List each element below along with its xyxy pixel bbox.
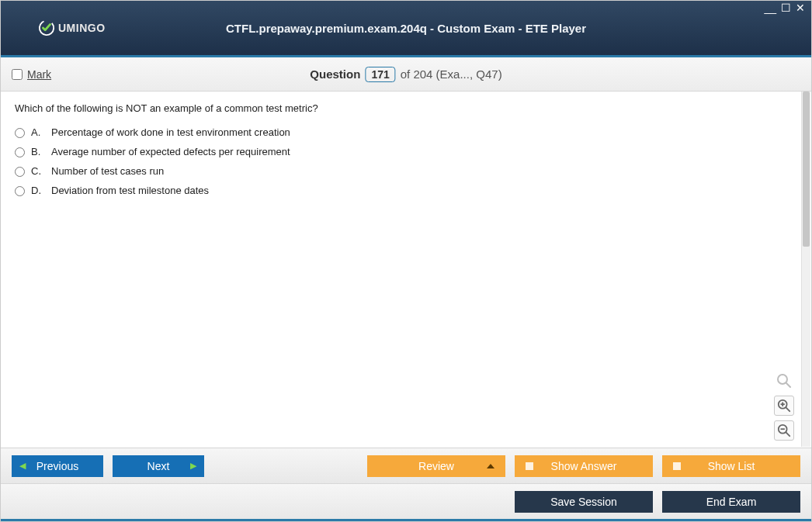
option-a[interactable]: A. Percentage of work done in test envir… (15, 126, 793, 138)
app-logo: UMINGO (38, 19, 106, 36)
show-answer-label: Show Answer (551, 460, 617, 472)
show-list-button[interactable]: Show List (662, 455, 800, 477)
svg-point-1 (778, 375, 787, 384)
window-controls: __ ☐ ✕ (764, 2, 805, 13)
chevron-right-icon: ▶ (190, 462, 196, 470)
title-bar: UMINGO CTFL.prepaway.premium.exam.204q -… (1, 1, 811, 55)
svg-line-8 (786, 433, 790, 437)
mark-control[interactable]: Mark (12, 68, 51, 81)
chevron-left-icon: ◀ (19, 462, 26, 470)
option-b[interactable]: B. Average number of expected defects pe… (15, 146, 793, 157)
option-a-letter: A. (31, 126, 45, 138)
scrollbar[interactable] (801, 92, 810, 447)
option-c-radio[interactable] (15, 167, 25, 177)
next-button[interactable]: Next ▶ (113, 455, 204, 477)
zoom-controls (774, 371, 794, 441)
option-c-text: Number of test cases run (51, 165, 164, 177)
svg-line-2 (786, 383, 790, 387)
question-indicator: Question 171 of 204 (Exa..., Q47) (310, 67, 501, 82)
question-number-box[interactable]: 171 (365, 67, 395, 82)
scrollbar-thumb[interactable] (803, 92, 810, 247)
zoom-out-button[interactable] (774, 420, 794, 441)
footer-row-2: Save Session End Exam (1, 483, 811, 519)
option-b-letter: B. (31, 146, 45, 157)
footer-divider (1, 519, 811, 521)
next-label: Next (147, 460, 170, 472)
option-b-text: Average number of expected defects per r… (51, 146, 290, 157)
option-d[interactable]: D. Deviation from test milestone dates (15, 185, 793, 196)
option-d-text: Deviation from test milestone dates (51, 185, 209, 196)
option-c[interactable]: C. Number of test cases run (15, 165, 793, 177)
footer: ◀ Previous Next ▶ Review Show Answer Sho… (1, 448, 811, 521)
previous-button[interactable]: ◀ Previous (12, 455, 103, 477)
question-text: Which of the following is NOT an example… (15, 102, 793, 114)
question-header-bar: Mark Question 171 of 204 (Exa..., Q47) (1, 57, 811, 92)
end-exam-button[interactable]: End Exam (662, 491, 800, 513)
option-a-radio[interactable] (15, 128, 25, 138)
save-session-button[interactable]: Save Session (515, 491, 653, 513)
square-icon (673, 462, 681, 470)
footer-row-1: ◀ Previous Next ▶ Review Show Answer Sho… (1, 448, 811, 483)
zoom-in-button[interactable] (774, 396, 794, 416)
option-b-radio[interactable] (15, 147, 25, 157)
maximize-button[interactable]: ☐ (781, 2, 791, 13)
close-button[interactable]: ✕ (796, 2, 805, 13)
mark-label[interactable]: Mark (27, 68, 51, 81)
logo-text: UMINGO (58, 22, 106, 34)
previous-label: Previous (36, 460, 78, 472)
square-icon (526, 462, 533, 470)
minimize-button[interactable]: __ (764, 2, 776, 13)
save-session-label: Save Session (550, 496, 617, 508)
question-content: Which of the following is NOT an example… (7, 92, 800, 447)
question-total: of 204 (Exa..., Q47) (401, 67, 502, 81)
option-a-text: Percentage of work done in test environm… (51, 126, 290, 138)
show-answer-button[interactable]: Show Answer (515, 455, 653, 477)
review-button[interactable]: Review (367, 455, 505, 477)
show-list-label: Show List (708, 460, 755, 472)
option-d-letter: D. (31, 185, 45, 196)
window-title: CTFL.prepaway.premium.exam.204q - Custom… (226, 22, 586, 35)
mark-checkbox[interactable] (12, 69, 23, 80)
svg-line-4 (786, 408, 790, 412)
review-label: Review (418, 460, 454, 472)
option-d-radio[interactable] (15, 186, 25, 196)
option-c-letter: C. (31, 165, 45, 177)
end-exam-label: End Exam (706, 496, 757, 508)
question-word: Question (310, 67, 360, 81)
magnifier-icon[interactable] (774, 371, 794, 391)
triangle-up-icon (487, 464, 494, 468)
check-icon (38, 19, 55, 36)
